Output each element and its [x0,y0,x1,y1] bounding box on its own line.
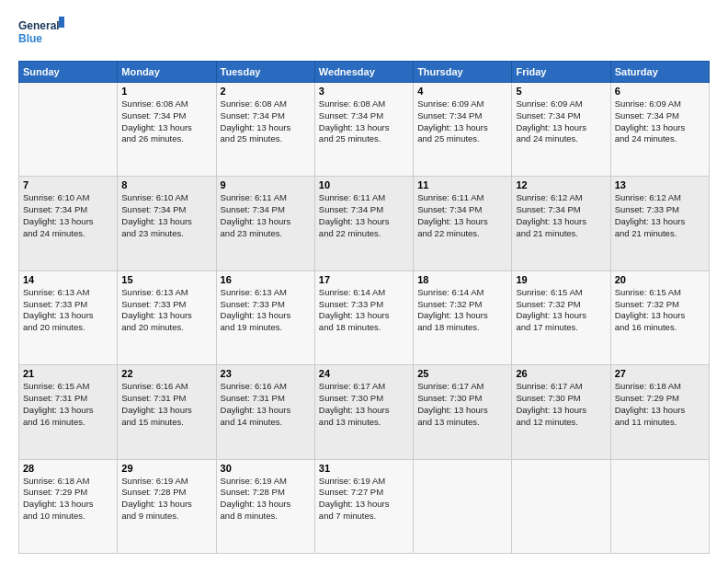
calendar-cell: 22Sunrise: 6:16 AMSunset: 7:31 PMDayligh… [118,365,216,459]
calendar-cell: 10Sunrise: 6:11 AMSunset: 7:34 PMDayligh… [314,177,413,270]
day-number: 22 [121,368,211,379]
week-row-4: 21Sunrise: 6:15 AMSunset: 7:31 PMDayligh… [19,365,710,459]
day-info: Sunrise: 6:12 AMSunset: 7:34 PMDaylight:… [516,192,606,239]
day-number: 11 [417,179,507,190]
calendar-cell: 26Sunrise: 6:17 AMSunset: 7:30 PMDayligh… [512,365,610,459]
day-number: 27 [615,368,705,379]
day-number: 29 [121,463,211,474]
day-info: Sunrise: 6:09 AMSunset: 7:34 PMDaylight:… [516,98,606,145]
day-number: 20 [615,274,705,285]
day-info: Sunrise: 6:17 AMSunset: 7:30 PMDaylight:… [417,381,507,428]
day-info: Sunrise: 6:12 AMSunset: 7:33 PMDaylight:… [615,192,705,239]
svg-text:General: General [18,19,60,32]
calendar-cell: 13Sunrise: 6:12 AMSunset: 7:33 PMDayligh… [610,177,709,270]
day-number: 18 [417,274,507,285]
week-row-2: 7Sunrise: 6:10 AMSunset: 7:34 PMDaylight… [19,177,710,270]
weekday-wednesday: Wednesday [314,62,413,83]
day-number: 10 [319,179,409,190]
day-info: Sunrise: 6:10 AMSunset: 7:34 PMDaylight:… [121,192,211,239]
calendar-cell: 5Sunrise: 6:09 AMSunset: 7:34 PMDaylight… [512,83,610,177]
day-number: 12 [516,179,606,190]
day-number: 14 [23,274,113,285]
day-number: 6 [615,86,705,97]
calendar-cell: 28Sunrise: 6:18 AMSunset: 7:29 PMDayligh… [19,459,118,553]
calendar-cell: 24Sunrise: 6:17 AMSunset: 7:30 PMDayligh… [314,365,413,459]
day-info: Sunrise: 6:08 AMSunset: 7:34 PMDaylight:… [121,98,211,145]
generalblue-logo-icon: General Blue [18,15,64,52]
calendar-cell: 23Sunrise: 6:16 AMSunset: 7:31 PMDayligh… [216,365,314,459]
calendar-body: 1Sunrise: 6:08 AMSunset: 7:34 PMDaylight… [19,83,710,554]
day-info: Sunrise: 6:13 AMSunset: 7:33 PMDaylight:… [23,287,113,334]
calendar-table: SundayMondayTuesdayWednesdayThursdayFrid… [18,61,710,554]
weekday-header-row: SundayMondayTuesdayWednesdayThursdayFrid… [19,62,710,83]
calendar-cell: 1Sunrise: 6:08 AMSunset: 7:34 PMDaylight… [118,83,216,177]
day-number: 17 [319,274,409,285]
calendar-cell: 18Sunrise: 6:14 AMSunset: 7:32 PMDayligh… [414,270,512,364]
calendar-cell: 9Sunrise: 6:11 AMSunset: 7:34 PMDaylight… [216,177,314,270]
day-info: Sunrise: 6:13 AMSunset: 7:33 PMDaylight:… [121,287,211,334]
day-info: Sunrise: 6:14 AMSunset: 7:33 PMDaylight:… [319,287,409,334]
calendar-header: SundayMondayTuesdayWednesdayThursdayFrid… [19,62,710,83]
svg-rect-3 [59,17,64,28]
day-info: Sunrise: 6:19 AMSunset: 7:27 PMDaylight:… [319,476,409,523]
day-number: 16 [221,274,311,285]
calendar-cell: 25Sunrise: 6:17 AMSunset: 7:30 PMDayligh… [414,365,512,459]
day-number: 15 [121,274,211,285]
day-info: Sunrise: 6:11 AMSunset: 7:34 PMDaylight:… [221,192,311,239]
day-number: 7 [23,179,113,190]
day-number: 1 [121,86,211,97]
day-info: Sunrise: 6:19 AMSunset: 7:28 PMDaylight:… [121,476,211,523]
day-number: 3 [319,86,409,97]
calendar-cell [512,459,610,553]
day-info: Sunrise: 6:19 AMSunset: 7:28 PMDaylight:… [221,476,311,523]
calendar-cell: 12Sunrise: 6:12 AMSunset: 7:34 PMDayligh… [512,177,610,270]
day-info: Sunrise: 6:14 AMSunset: 7:32 PMDaylight:… [417,287,507,334]
day-info: Sunrise: 6:08 AMSunset: 7:34 PMDaylight:… [319,98,409,145]
weekday-tuesday: Tuesday [216,62,314,83]
calendar-cell: 30Sunrise: 6:19 AMSunset: 7:28 PMDayligh… [216,459,314,553]
day-info: Sunrise: 6:15 AMSunset: 7:32 PMDaylight:… [615,287,705,334]
calendar-cell: 4Sunrise: 6:09 AMSunset: 7:34 PMDaylight… [414,83,512,177]
calendar-cell: 20Sunrise: 6:15 AMSunset: 7:32 PMDayligh… [610,270,709,364]
calendar-cell: 16Sunrise: 6:13 AMSunset: 7:33 PMDayligh… [216,270,314,364]
day-info: Sunrise: 6:17 AMSunset: 7:30 PMDaylight:… [516,381,606,428]
day-info: Sunrise: 6:13 AMSunset: 7:33 PMDaylight:… [221,287,311,334]
calendar-cell: 7Sunrise: 6:10 AMSunset: 7:34 PMDaylight… [19,177,118,270]
day-number: 28 [23,463,113,474]
weekday-sunday: Sunday [19,62,118,83]
day-number: 8 [121,179,211,190]
day-info: Sunrise: 6:16 AMSunset: 7:31 PMDaylight:… [221,381,311,428]
calendar-cell: 29Sunrise: 6:19 AMSunset: 7:28 PMDayligh… [118,459,216,553]
calendar-cell: 3Sunrise: 6:08 AMSunset: 7:34 PMDaylight… [314,83,413,177]
calendar-cell: 14Sunrise: 6:13 AMSunset: 7:33 PMDayligh… [19,270,118,364]
day-info: Sunrise: 6:08 AMSunset: 7:34 PMDaylight:… [221,98,311,145]
calendar-cell [610,459,709,553]
day-number: 30 [221,463,311,474]
day-info: Sunrise: 6:18 AMSunset: 7:29 PMDaylight:… [23,476,113,523]
svg-text:Blue: Blue [18,32,42,45]
day-info: Sunrise: 6:11 AMSunset: 7:34 PMDaylight:… [417,192,507,239]
day-number: 24 [319,368,409,379]
day-number: 9 [221,179,311,190]
calendar-cell: 6Sunrise: 6:09 AMSunset: 7:34 PMDaylight… [610,83,709,177]
day-info: Sunrise: 6:15 AMSunset: 7:32 PMDaylight:… [516,287,606,334]
day-number: 5 [516,86,606,97]
day-info: Sunrise: 6:15 AMSunset: 7:31 PMDaylight:… [23,381,113,428]
day-info: Sunrise: 6:16 AMSunset: 7:31 PMDaylight:… [121,381,211,428]
weekday-thursday: Thursday [414,62,512,83]
day-number: 13 [615,179,705,190]
day-number: 23 [221,368,311,379]
calendar-cell: 27Sunrise: 6:18 AMSunset: 7:29 PMDayligh… [610,365,709,459]
calendar-cell: 15Sunrise: 6:13 AMSunset: 7:33 PMDayligh… [118,270,216,364]
day-number: 25 [417,368,507,379]
calendar-cell: 17Sunrise: 6:14 AMSunset: 7:33 PMDayligh… [314,270,413,364]
day-number: 2 [221,86,311,97]
day-info: Sunrise: 6:11 AMSunset: 7:34 PMDaylight:… [319,192,409,239]
day-info: Sunrise: 6:10 AMSunset: 7:34 PMDaylight:… [23,192,113,239]
week-row-5: 28Sunrise: 6:18 AMSunset: 7:29 PMDayligh… [19,459,710,553]
calendar-cell: 11Sunrise: 6:11 AMSunset: 7:34 PMDayligh… [414,177,512,270]
calendar-cell: 31Sunrise: 6:19 AMSunset: 7:27 PMDayligh… [314,459,413,553]
header: General Blue [18,15,710,52]
weekday-friday: Friday [512,62,610,83]
logo: General Blue [18,15,64,52]
